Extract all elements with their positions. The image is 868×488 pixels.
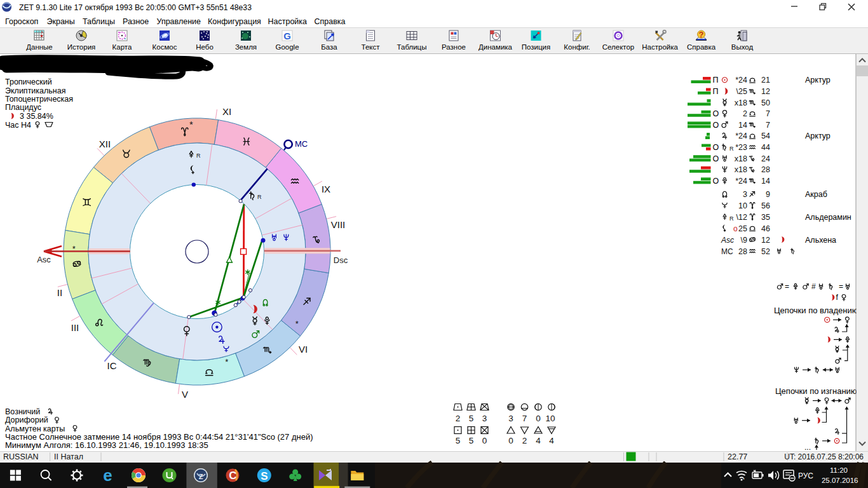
svg-text:R: R xyxy=(257,194,262,200)
svg-text:ZET 9.1.30 Lite 17 октября 1: ZET 9.1.30 Lite 17 октября 1993 Вс 20:05… xyxy=(19,3,252,12)
svg-text:VIII: VIII xyxy=(331,219,346,230)
svg-text:Цепочки по изгнанию: Цепочки по изгнанию xyxy=(775,386,857,396)
svg-text:РУС: РУС xyxy=(798,471,813,480)
svg-text:Настройка: Настройка xyxy=(642,43,678,51)
svg-text:G: G xyxy=(283,30,291,41)
svg-text:O: O xyxy=(713,121,719,130)
svg-text:Акраб: Акраб xyxy=(805,190,827,199)
svg-text:Позиция: Позиция xyxy=(522,43,550,51)
svg-text:4: 4 xyxy=(536,436,541,445)
svg-text:\9: \9 xyxy=(741,236,747,245)
svg-text:Динамика: Динамика xyxy=(478,43,513,51)
svg-text:54: 54 xyxy=(761,132,770,140)
svg-text:Разное: Разное xyxy=(442,43,466,51)
svg-text:0: 0 xyxy=(482,436,487,445)
svg-text:21: 21 xyxy=(761,76,770,85)
svg-text:O: O xyxy=(713,177,719,186)
svg-text:XII: XII xyxy=(99,139,111,149)
svg-text:28: 28 xyxy=(761,165,770,174)
svg-text:Выход: Выход xyxy=(731,43,754,51)
svg-text:46: 46 xyxy=(761,224,770,233)
svg-text:7: 7 xyxy=(522,414,527,423)
svg-text:5: 5 xyxy=(469,436,474,445)
svg-text:Эклиптикальная: Эклиптикальная xyxy=(5,86,65,95)
svg-text:7: 7 xyxy=(766,121,770,130)
svg-text:MC: MC xyxy=(721,247,733,256)
svg-text:44: 44 xyxy=(761,143,770,152)
svg-text:Таблицы: Таблицы xyxy=(397,43,427,51)
svg-text:*: * xyxy=(72,244,76,254)
svg-text:Управление: Управление xyxy=(157,17,201,26)
svg-text:*: * xyxy=(189,119,193,130)
svg-text:#: # xyxy=(811,282,816,291)
svg-text:Арктур: Арктур xyxy=(805,132,831,140)
svg-text:Дорифорий: Дорифорий xyxy=(5,416,48,424)
svg-text:Настройка: Настройка xyxy=(268,17,308,26)
svg-text:0: 0 xyxy=(536,414,541,423)
svg-text:*24: *24 xyxy=(735,177,747,186)
svg-text:База: База xyxy=(321,43,337,51)
svg-text:R: R xyxy=(729,146,734,152)
svg-text:VI: VI xyxy=(299,344,308,355)
svg-text:0: 0 xyxy=(508,436,513,445)
svg-text:*24: *24 xyxy=(735,76,747,85)
svg-text:e: e xyxy=(103,466,112,485)
svg-text:35: 35 xyxy=(761,213,770,222)
svg-text:4: 4 xyxy=(549,436,554,445)
svg-text:Z: Z xyxy=(199,473,203,480)
svg-text:*23: *23 xyxy=(735,143,747,152)
svg-text:O: O xyxy=(713,109,719,118)
svg-text:Альдерамин: Альдерамин xyxy=(805,213,851,222)
svg-text:x18: x18 xyxy=(735,165,747,174)
svg-text:Разное: Разное xyxy=(123,17,149,26)
svg-text:=: = xyxy=(839,282,843,291)
svg-text:...: ... xyxy=(804,443,811,452)
svg-text:Час Н4: Час Н4 xyxy=(5,121,31,130)
svg-text:*24: *24 xyxy=(735,132,747,140)
svg-text:Экраны: Экраны xyxy=(47,17,75,26)
svg-text:56: 56 xyxy=(761,201,770,210)
svg-text:o: o xyxy=(733,224,738,233)
svg-text:5: 5 xyxy=(469,414,474,423)
svg-text:История: История xyxy=(67,43,96,51)
svg-text:Текст: Текст xyxy=(362,43,381,51)
svg-text:Asc: Asc xyxy=(37,255,51,264)
svg-text:7: 7 xyxy=(766,109,770,118)
svg-text:Селектор: Селектор xyxy=(602,43,635,51)
svg-text:14: 14 xyxy=(738,121,747,130)
svg-text:14: 14 xyxy=(761,177,770,186)
svg-text:П: П xyxy=(713,87,719,96)
svg-text:52: 52 xyxy=(761,247,770,256)
svg-text:IC: IC xyxy=(107,360,117,371)
svg-text:Карта: Карта xyxy=(112,43,132,51)
svg-text:3: 3 xyxy=(508,414,513,423)
svg-text:9: 9 xyxy=(766,190,770,199)
svg-text:2: 2 xyxy=(522,436,527,445)
svg-text:UT: 2016.07.25 8:20:06: UT: 2016.07.25 8:20:06 xyxy=(784,452,864,461)
svg-text:R: R xyxy=(729,215,734,222)
svg-text:x18: x18 xyxy=(735,98,747,107)
svg-text:25: 25 xyxy=(738,224,747,233)
svg-text:V: V xyxy=(182,389,188,400)
svg-text:IX: IX xyxy=(322,184,330,194)
svg-text:MC: MC xyxy=(295,139,308,149)
svg-text:*: * xyxy=(295,319,299,329)
svg-text:Таблицы: Таблицы xyxy=(83,17,115,26)
svg-text:50: 50 xyxy=(761,98,770,107)
svg-text:10: 10 xyxy=(545,414,555,423)
svg-text:Космос: Космос xyxy=(153,43,177,51)
svg-text:11:20: 11:20 xyxy=(830,466,848,474)
svg-text:Возничий: Возничий xyxy=(5,407,40,416)
svg-text:O: O xyxy=(713,154,719,163)
svg-text:Арктур: Арктур xyxy=(805,76,831,85)
svg-text:XI: XI xyxy=(222,106,231,117)
svg-text:Земля: Земля xyxy=(235,43,257,51)
svg-text:Google: Google xyxy=(275,43,299,51)
svg-text:III: III xyxy=(71,322,79,333)
svg-text:24: 24 xyxy=(761,154,770,163)
svg-text:?: ? xyxy=(699,30,704,39)
svg-text:Данные: Данные xyxy=(26,43,53,51)
svg-text:Цепочки по владению: Цепочки по владению xyxy=(774,306,858,315)
svg-text:R: R xyxy=(196,152,201,159)
svg-text:Гороскоп: Гороскоп xyxy=(5,17,38,26)
